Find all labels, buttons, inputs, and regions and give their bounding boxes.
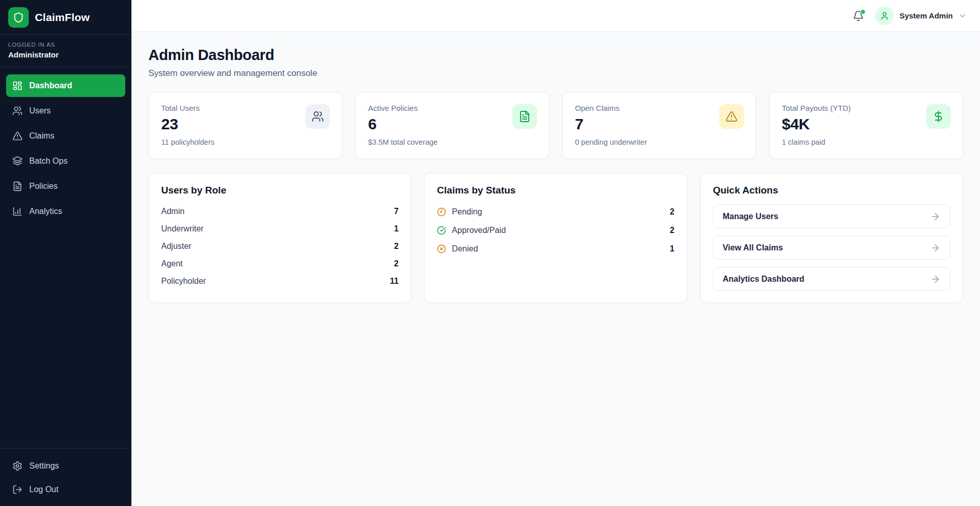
- logged-in-as-role: Administrator: [8, 50, 123, 59]
- role-row-underwriter: Underwriter 1: [161, 220, 398, 238]
- quick-actions-panel: Quick Actions Manage Users View All Clai…: [700, 173, 963, 303]
- content-column: System Admin Admin Dashboard System over…: [131, 0, 980, 506]
- status-label: Approved/Paid: [452, 226, 664, 235]
- status-value: 2: [670, 226, 675, 235]
- sidebar-item-policies[interactable]: Policies: [6, 175, 125, 198]
- notification-dot: [860, 9, 866, 14]
- alert-triangle-icon: [12, 131, 23, 141]
- role-value: 11: [390, 277, 398, 286]
- page-subtitle: System overview and management console: [148, 68, 963, 79]
- status-label: Pending: [452, 207, 664, 217]
- sidebar-item-label: Claims: [29, 131, 54, 141]
- logged-in-as-label: LOGGED IN AS: [8, 42, 123, 48]
- notifications-button[interactable]: [853, 10, 864, 22]
- stat-subtext: 11 policyholders: [161, 138, 330, 146]
- status-value: 1: [670, 244, 675, 254]
- sidebar-item-label: Analytics: [29, 207, 62, 216]
- stat-card-total-payouts: Total Payouts (YTD) $4K 1 claims paid: [769, 92, 963, 159]
- stat-label: Open Claims: [575, 104, 743, 112]
- stat-label: Total Users: [161, 104, 330, 112]
- role-label: Admin: [161, 207, 184, 216]
- role-row-agent: Agent 2: [161, 255, 398, 273]
- sidebar-item-users[interactable]: Users: [6, 100, 125, 122]
- role-value: 1: [394, 224, 398, 233]
- avatar: [875, 7, 894, 25]
- clock-icon: [437, 207, 446, 217]
- panel-title: Quick Actions: [713, 185, 950, 196]
- users-by-role-panel: Users by Role Admin 7 Underwriter 1 Adju…: [148, 173, 411, 303]
- status-value: 2: [670, 207, 675, 217]
- stats-grid: Total Users 23 11 policyholders Active P…: [148, 92, 963, 159]
- stat-value: 7: [575, 115, 743, 133]
- topbar: System Admin: [131, 0, 980, 32]
- dollar-icon: [926, 104, 951, 129]
- sidebar-item-claims[interactable]: Claims: [6, 125, 125, 147]
- quick-action-label: View All Claims: [723, 243, 783, 252]
- sidebar-item-label: Log Out: [29, 485, 59, 494]
- users-icon: [305, 104, 330, 129]
- stat-label: Active Policies: [368, 104, 536, 112]
- shield-logo-icon: [8, 7, 29, 28]
- file-text-icon: [512, 104, 537, 129]
- user-name: System Admin: [899, 11, 953, 20]
- file-text-icon: [12, 181, 23, 191]
- alert-triangle-icon: [719, 104, 744, 129]
- quick-action-label: Analytics Dashboard: [723, 275, 804, 284]
- logged-in-as-block: LOGGED IN AS Administrator: [0, 35, 131, 67]
- quick-action-label: Manage Users: [723, 212, 779, 221]
- users-icon: [12, 106, 23, 116]
- sidebar-item-label: Settings: [29, 461, 59, 471]
- status-row-denied: Denied 1: [437, 240, 674, 258]
- role-label: Adjuster: [161, 242, 191, 251]
- sidebar-nav: Dashboard Users Claims Batch Ops Policie…: [0, 67, 131, 230]
- role-label: Policyholder: [161, 277, 206, 286]
- claims-by-status-panel: Claims by Status Pending 2 Approved/Paid…: [424, 173, 687, 303]
- stat-subtext: 1 claims paid: [782, 138, 950, 146]
- sidebar-item-label: Dashboard: [29, 81, 72, 90]
- user-menu[interactable]: System Admin: [875, 7, 967, 25]
- sidebar-item-batch-ops[interactable]: Batch Ops: [6, 150, 125, 172]
- stat-card-open-claims: Open Claims 7 0 pending underwriter: [562, 92, 756, 159]
- sidebar-item-label: Batch Ops: [29, 157, 68, 166]
- status-row-approved-paid: Approved/Paid 2: [437, 221, 674, 240]
- role-row-admin: Admin 7: [161, 203, 398, 220]
- arrow-right-icon: [930, 211, 940, 222]
- role-value: 2: [394, 259, 398, 268]
- sidebar-item-logout[interactable]: Log Out: [6, 478, 125, 501]
- gear-icon: [12, 461, 23, 471]
- stat-subtext: 0 pending underwriter: [575, 138, 743, 146]
- layers-icon: [12, 156, 23, 166]
- role-row-policyholder: Policyholder 11: [161, 273, 398, 290]
- panel-title: Claims by Status: [437, 185, 674, 196]
- view-all-claims-button[interactable]: View All Claims: [713, 236, 950, 260]
- role-label: Agent: [161, 259, 183, 268]
- sidebar-item-analytics[interactable]: Analytics: [6, 200, 125, 223]
- sidebar-footer: Settings Log Out: [0, 448, 131, 506]
- bar-chart-icon: [12, 206, 23, 217]
- stat-subtext: $3.5M total coverage: [368, 138, 536, 146]
- sidebar-item-settings[interactable]: Settings: [6, 455, 125, 477]
- stat-value: 6: [368, 115, 536, 133]
- status-label: Denied: [452, 244, 664, 254]
- main-content: Admin Dashboard System overview and mana…: [131, 32, 980, 506]
- sidebar-item-dashboard[interactable]: Dashboard: [6, 74, 125, 97]
- stat-value: 23: [161, 115, 330, 133]
- app-name: ClaimFlow: [35, 11, 90, 24]
- analytics-dashboard-button[interactable]: Analytics Dashboard: [713, 267, 950, 291]
- role-row-adjuster: Adjuster 2: [161, 238, 398, 255]
- chevron-down-icon: [958, 12, 967, 20]
- sidebar: ClaimFlow LOGGED IN AS Administrator Das…: [0, 0, 131, 506]
- panel-title: Users by Role: [161, 185, 398, 196]
- page-title: Admin Dashboard: [148, 47, 963, 64]
- stat-card-active-policies: Active Policies 6 $3.5M total coverage: [355, 92, 549, 159]
- logout-icon: [12, 484, 23, 495]
- x-circle-icon: [437, 244, 446, 254]
- manage-users-button[interactable]: Manage Users: [713, 204, 950, 228]
- dashboard-icon: [12, 81, 23, 91]
- sidebar-item-label: Users: [29, 106, 51, 115]
- app-logo: ClaimFlow: [0, 0, 131, 35]
- sidebar-item-label: Policies: [29, 182, 57, 191]
- stat-label: Total Payouts (YTD): [782, 104, 950, 112]
- role-value: 7: [394, 207, 398, 216]
- stat-value: $4K: [782, 115, 950, 133]
